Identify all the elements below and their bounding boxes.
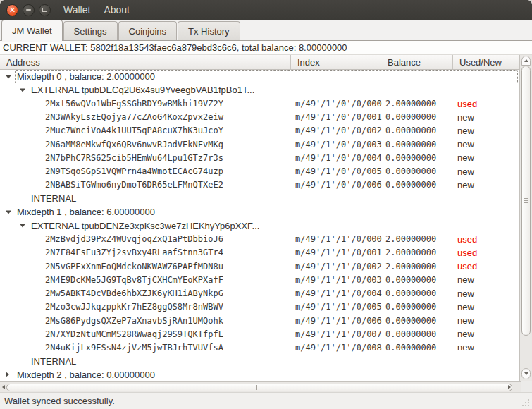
tree-row[interactable]: 2N7bPhC7RS625cib5HEmWu64Lpu1GTz7r3sm/49'… [0, 151, 519, 164]
tree-label: Mixdepth 0 , balance: 2.00000000 [0, 71, 155, 82]
scroll-left-button[interactable] [1, 384, 6, 391]
tree-row[interactable]: 2N7XYDzNtuMCmMS28RWwaqj29S9TQKTfpfLm/49'… [0, 327, 519, 341]
address-cell: 2N7XYDzNtuMCmMS28RWwaqj29S9TQKTfpfL [0, 327, 291, 341]
tree-label: Mixdepth 1 , balance: 6.00000000 [0, 207, 155, 217]
tree-row[interactable]: INTERNAL [0, 355, 519, 368]
balance-cell: 0.00000000 [381, 153, 453, 163]
address-text: 2N7F84FsEu3ZYj2svBxy4RLaafStnn3GTr4 [0, 248, 223, 257]
status-bar: Wallet synced successfully. [0, 392, 532, 409]
horizontal-scrollbar-thumb[interactable] [6, 384, 512, 391]
address-cell: INTERNAL [0, 355, 291, 368]
tree-row[interactable]: 2Mw5ABKT4DcVBde6hbXZJK6yKH1iAByNkpGm/49'… [0, 287, 519, 300]
tab-jm-wallet[interactable]: JM Wallet [1, 20, 63, 41]
menubar: Wallet About [63, 4, 130, 16]
tree-row[interactable]: 2N5vGPExXnmEoQMdckoNKWAWZ6PAPfMDN8um/49'… [0, 260, 519, 273]
tree-row[interactable]: 2N6aMM8eMkwfQx6QBv6nwvRJadVEkNFvMKgm/49'… [0, 138, 519, 151]
balance-cell: 0.00000000 [381, 166, 453, 176]
address-text: 2Muc7WnciVoA4k1UUT5qPA8cuX7hK3uJcoY [0, 126, 223, 135]
address-text: 2MzBvdjd39PxZ4WUvqjoqZxQ1aPtDbbioJ6 [0, 234, 223, 244]
column-header-balance[interactable]: Balance [381, 55, 453, 69]
scroll-down-button[interactable] [521, 368, 531, 379]
address-cell: 2N3WAkyLszEQojya77cZAoG4KoxZpvx2eiw [0, 111, 291, 124]
used-new-cell: used [453, 99, 519, 109]
index-cell: m/49'/1'/1'/0/008 [291, 343, 381, 353]
tree-row[interactable]: 2N4uKijLx9ESsN4zjVzM5jwTBJrhTVUVfsAm/49'… [0, 341, 519, 354]
balance-cell: 0.00000000 [381, 112, 453, 122]
address-cell: EXTERNAL tpubDECq2U6x4su9YveegbVAB1fpBo1… [0, 83, 291, 97]
balance-cell: 0.00000000 [381, 140, 453, 149]
tree-row[interactable]: Mixdepth 1 , balance: 6.00000000 [0, 205, 519, 219]
balance-cell: 2.00000000 [381, 248, 453, 257]
tree-row[interactable]: 2Mzo3cwJJkqzppkKr7hEZ8ggQS8Mr8nWBWVm/49'… [0, 300, 519, 314]
index-cell: m/49'/1'/1'/0/003 [291, 275, 381, 285]
tree-row[interactable]: 2Muc7WnciVoA4k1UUT5qPA8cuX7hK3uJcoYm/49'… [0, 124, 519, 138]
tab-tx-history[interactable]: Tx History [178, 21, 240, 41]
tree-row[interactable]: 2NBABSiTGWmo6nyDmoT6DR65eLFMnQTXeE2m/49'… [0, 178, 519, 192]
tree-row[interactable]: 2Mxt56wQVo1WbEgSSGhRDY9wBMkhi19VZ2Ym/49'… [0, 97, 519, 110]
chevron-down-icon[interactable] [20, 224, 25, 228]
tree-row[interactable]: 2MsG86PydgsQXZeP7aXnavbSjRAn1UMQohkm/49'… [0, 314, 519, 327]
index-cell: m/49'/1'/1'/0/002 [291, 262, 381, 271]
tab-coinjoins[interactable]: Coinjoins [118, 21, 177, 41]
chevron-right-icon[interactable] [6, 372, 9, 377]
tree-row[interactable]: Mixdepth 0 , balance: 2.00000000 [0, 70, 519, 83]
address-cell: 2MsG86PydgsQXZeP7aXnavbSjRAn1UMQohk [0, 314, 291, 327]
tree-row[interactable]: Mixdepth 2 , balance: 0.00000000 [0, 368, 519, 381]
balance-cell: 0.00000000 [381, 275, 453, 285]
vertical-scrollbar-thumb[interactable] [521, 66, 531, 336]
balance-cell: 0.00000000 [381, 329, 453, 339]
horizontal-scrollbar[interactable] [0, 381, 521, 392]
used-new-cell: used [453, 261, 519, 271]
index-cell: m/49'/1'/1'/0/007 [291, 329, 381, 339]
minimize-button[interactable] [23, 4, 35, 16]
used-new-cell: new [453, 315, 519, 326]
tree-row[interactable]: EXTERNAL tpubDECq2U6x4su9YveegbVAB1fpBo1… [0, 83, 519, 97]
address-cell: INTERNAL [0, 192, 291, 205]
chevron-down-icon[interactable] [6, 210, 11, 214]
balance-cell: 0.00000000 [381, 302, 453, 312]
used-new-cell: used [453, 234, 519, 245]
tree-row[interactable]: 2N7F84FsEu3ZYj2svBxy4RLaafStnn3GTr4m/49'… [0, 246, 519, 260]
tree-row[interactable]: EXTERNAL tpubDENZe3xpKsc3we7zHEKhyYp6pXX… [0, 219, 519, 232]
address-cell: 2N7bPhC7RS625cib5HEmWu64Lpu1GTz7r3s [0, 151, 291, 164]
balance-cell: 0.00000000 [381, 343, 453, 353]
tree-row[interactable]: INTERNAL [0, 192, 519, 205]
balance-cell: 0.00000000 [381, 126, 453, 135]
scroll-up-button[interactable] [521, 56, 531, 66]
tab-settings[interactable]: Settings [63, 21, 118, 41]
address-text: 2N3WAkyLszEQojya77cZAoG4KoxZpvx2eiw [0, 112, 223, 122]
address-text: 2Mxt56wQVo1WbEgSSGhRDY9wBMkhi19VZ2Y [0, 99, 223, 109]
used-new-cell: new [453, 274, 519, 285]
chevron-down-icon[interactable] [6, 75, 11, 78]
maximize-button[interactable] [39, 4, 51, 16]
column-header-address[interactable]: Address [0, 55, 291, 69]
index-cell: m/49'/1'/0'/0/003 [291, 140, 381, 149]
menu-about[interactable]: About [104, 4, 130, 16]
address-cell: 2N7F84FsEu3ZYj2svBxy4RLaafStnn3GTr4 [0, 246, 291, 260]
tree-row[interactable]: 2N9TSqoSGpS1VQWPrn4a4WmotECAcG74uzpm/49'… [0, 165, 519, 178]
address-cell: 2N4uKijLx9ESsN4zjVzM5jwTBJrhTVUVfsA [0, 341, 291, 354]
tree-row[interactable]: 2N3WAkyLszEQojya77cZAoG4KoxZpvx2eiwm/49'… [0, 111, 519, 124]
resize-grip-icon[interactable] [521, 398, 530, 407]
address-text: 2Mw5ABKT4DcVBde6hbXZJK6yKH1iAByNkpG [0, 288, 223, 298]
tree-body: Mixdepth 0 , balance: 2.00000000EXTERNAL… [0, 70, 519, 381]
index-cell: m/49'/1'/1'/0/006 [291, 316, 381, 326]
chevron-down-icon[interactable] [20, 88, 25, 92]
index-cell: m/49'/1'/1'/0/000 [291, 234, 381, 244]
address-text: 2N7bPhC7RS625cib5HEmWu64Lpu1GTz7r3s [0, 153, 223, 163]
menu-wallet[interactable]: Wallet [63, 4, 90, 16]
index-cell: m/49'/1'/1'/0/001 [291, 248, 381, 257]
column-header-index[interactable]: Index [291, 55, 381, 69]
index-cell: m/49'/1'/1'/0/004 [291, 288, 381, 298]
scrollbar-grip [524, 198, 528, 204]
tree-row[interactable]: 2MzBvdjd39PxZ4WUvqjoqZxQ1aPtDbbioJ6m/49'… [0, 233, 519, 246]
column-header-used-new[interactable]: Used/New [453, 55, 519, 69]
tree-row[interactable]: 2N4E9DcKMe5JG9TqBv8TjCXHCmYEoKPXafFm/49'… [0, 273, 519, 286]
index-cell: m/49'/1'/0'/0/004 [291, 153, 381, 163]
address-cell: 2NBABSiTGWmo6nyDmoT6DR65eLFMnQTXeE2 [0, 178, 291, 192]
address-cell: 2Mw5ABKT4DcVBde6hbXZJK6yKH1iAByNkpG [0, 287, 291, 300]
maximize-icon [42, 8, 47, 12]
close-button[interactable]: ✕ [6, 4, 18, 16]
scroll-right-button[interactable] [506, 384, 513, 391]
vertical-scrollbar[interactable] [519, 55, 532, 381]
